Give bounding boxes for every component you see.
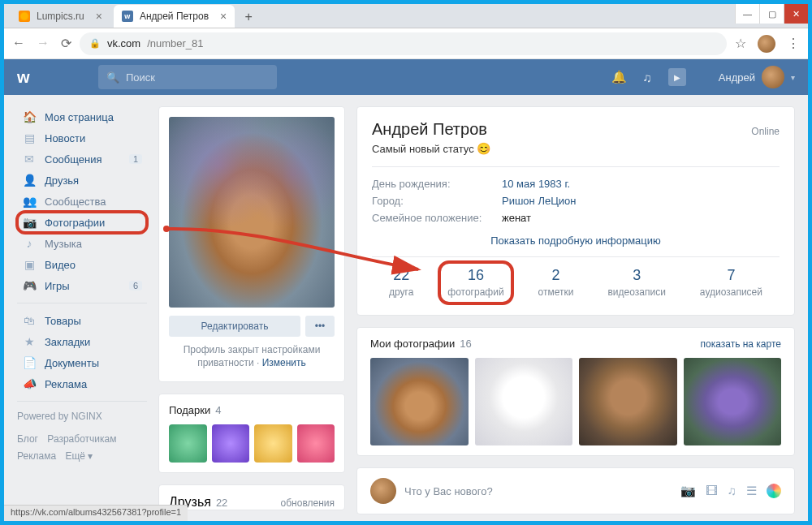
gifts-count: 4 [215,404,221,416]
header-user-menu[interactable]: Андрей ▾ [719,66,795,88]
sidebar-item-label: Новости [45,132,85,144]
sidebar-item-photos[interactable]: 📷Фотографии [17,212,147,233]
footer-link-more[interactable]: Ещё ▾ [65,450,93,462]
search-placeholder: Поиск [126,71,155,84]
profile-photo[interactable] [169,117,335,308]
counter-tags[interactable]: 2отметки [532,264,581,302]
photos-count: 16 [460,338,471,350]
gift-item[interactable] [169,424,207,463]
gift-item[interactable] [297,424,335,463]
badge: 6 [129,281,142,290]
window-close-button[interactable]: ✕ [784,4,808,24]
profile-status[interactable]: Самый новый статус 😊 [372,142,780,155]
counter-videos[interactable]: 3видеозаписи [601,264,672,302]
info-city[interactable]: Ришон ЛеЦион [502,195,576,207]
new-tab-button[interactable]: + [238,6,259,28]
sidebar-item-bookmarks[interactable]: ★Закладки [17,331,147,352]
footer-link-blog[interactable]: Блог [17,433,38,445]
gift-item[interactable] [254,424,292,463]
bag-icon: 🛍 [22,314,37,327]
address-bar[interactable]: 🔒 vk.com/number_81 [80,32,727,55]
photo-thumb[interactable] [684,358,782,445]
attach-photo-icon[interactable]: 📷 [680,484,696,498]
window-maximize-button[interactable]: ▢ [759,4,784,24]
search-icon: 🔍 [106,71,119,84]
sidebar-item-my-page[interactable]: 🏠Моя страница [17,106,147,127]
new-post-card: Что у Вас нового? 📷 🎞 ♫ ☰ [356,467,795,514]
info-relationship: женат [502,212,531,224]
attach-more-icon[interactable]: ☰ [746,484,757,498]
info-birthday[interactable]: 10 мая 1983 г. [502,178,570,190]
sidebar-item-label: Фотографии [45,217,105,229]
show-more-info-link[interactable]: Показать подробную информацию [372,226,780,247]
online-status: Online [751,126,780,137]
search-input[interactable]: 🔍 Поиск [98,65,277,89]
sidebar-item-video[interactable]: ▣Видео [17,254,147,275]
privacy-note: Профиль закрыт настройками приватности ·… [169,337,335,372]
close-icon[interactable]: × [220,10,227,23]
tab-title: Lumpics.ru [37,11,84,22]
vk-logo[interactable]: w [17,68,98,87]
video-icon: ▣ [22,258,37,271]
attach-video-icon[interactable]: 🎞 [706,484,718,498]
friends-updates-link[interactable]: обновления [281,497,335,509]
sidebar-item-label: Друзья [45,174,79,187]
gifts-card: Подарки4 [158,394,345,473]
sidebar-item-label: Документы [45,357,99,369]
groups-icon: 👥 [22,195,37,208]
chevron-down-icon: ▾ [791,73,795,82]
footer-link-ads[interactable]: Реклама [17,450,56,462]
friends-count: 22 [216,497,227,509]
sidebar-item-music[interactable]: ♪Музыка [17,233,147,254]
sidebar-item-friends[interactable]: 👤Друзья [17,170,147,191]
browser-tab-vk[interactable]: w Андрей Петров × [114,5,235,28]
emoji-picker-icon[interactable] [767,484,781,498]
sidebar-item-messages[interactable]: ✉Сообщения1 [17,148,147,170]
forward-button[interactable]: → [37,36,50,51]
star-icon[interactable]: ☆ [735,36,746,51]
counter-audio[interactable]: 7аудиозаписей [693,264,769,302]
privacy-change-link[interactable]: Изменить [262,357,306,368]
profile-avatar-button[interactable] [758,35,775,53]
edit-button[interactable]: Редактировать [169,316,300,337]
emoji-smile-icon: 😊 [477,142,490,155]
back-button[interactable]: ← [12,36,25,51]
browser-tab-lumpics[interactable]: Lumpics.ru × [11,5,110,28]
badge: 1 [129,154,142,164]
sidebar-item-groups[interactable]: 👥Сообщества [17,191,147,212]
sidebar-item-news[interactable]: ▤Новости [17,127,147,148]
counter-photos[interactable]: 16фотографий [441,264,510,302]
profile-photo-card: Редактировать ••• Профиль закрыт настрой… [158,106,345,382]
sidebar-footer: Powered by NGINX Блог Разработчикам Рекл… [17,408,147,466]
friends-icon: 👤 [22,174,37,187]
menu-icon[interactable]: ⋮ [787,36,800,51]
more-button[interactable]: ••• [305,316,335,337]
sidebar-item-games[interactable]: 🎮Игры6 [17,275,147,296]
camera-icon: 📷 [22,216,37,229]
footer-link-developers[interactable]: Разработчикам [47,433,116,445]
document-icon: 📄 [22,356,37,369]
photo-thumb[interactable] [475,358,573,445]
header-user-name: Андрей [719,71,755,84]
counter-friends[interactable]: 22друга [382,264,420,302]
music-icon[interactable]: ♫ [643,71,652,84]
sidebar-item-market[interactable]: 🛍Товары [17,310,147,331]
profile-info-card: Андрей Петров Online Самый новый статус … [356,106,795,316]
attach-music-icon[interactable]: ♫ [728,484,736,498]
photo-thumb[interactable] [579,358,677,445]
gift-item[interactable] [212,424,250,463]
photo-thumb[interactable] [370,358,469,445]
notifications-icon[interactable]: 🔔 [611,70,627,84]
window-minimize-button[interactable]: — [735,4,759,24]
sidebar-item-documents[interactable]: 📄Документы [17,352,147,373]
photos-title: Мои фотографии [370,338,455,350]
play-icon[interactable]: ▶ [668,68,686,86]
new-post-input[interactable]: Что у Вас нового? [404,485,672,497]
home-icon: 🏠 [22,110,37,123]
show-on-map-link[interactable]: показать на карте [701,338,782,350]
message-icon: ✉ [22,153,37,166]
close-icon[interactable]: × [96,10,102,23]
sidebar-item-label: Игры [45,280,70,292]
reload-button[interactable]: ⟳ [61,36,71,51]
sidebar-item-ads[interactable]: 📣Реклама [17,373,147,394]
